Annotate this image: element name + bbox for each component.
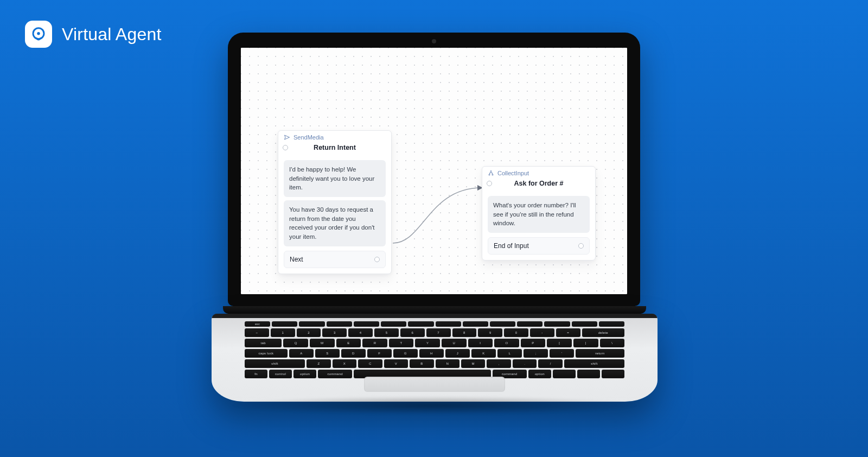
brand-title: Virtual Agent — [62, 24, 161, 45]
action-label: End of Input — [494, 242, 529, 250]
brand: Virtual Agent — [25, 21, 161, 48]
node-type-text: SendMedia — [293, 134, 324, 141]
node-title-row: Return Intent — [278, 143, 391, 157]
laptop-shadow — [228, 396, 641, 415]
svg-point-2 — [490, 170, 492, 172]
message-bubble: What's your order number? I'll see if yo… — [488, 196, 590, 233]
flow-canvas[interactable]: SendMedia Return Intent I'd be happy to … — [241, 48, 627, 294]
output-port[interactable] — [578, 243, 584, 249]
webcam-icon — [432, 39, 436, 43]
svg-point-3 — [489, 174, 490, 175]
node-title-row: Ask for Order # — [482, 179, 595, 193]
input-port[interactable] — [283, 145, 288, 150]
node-type-label: SendMedia — [278, 131, 391, 143]
input-port[interactable] — [487, 181, 492, 186]
brand-logo-icon — [25, 21, 52, 48]
laptop-deck: esc ~1234567890-=delete tabQWERTYUIOP[]\… — [212, 314, 658, 402]
laptop-mockup: SendMedia Return Intent I'd be happy to … — [212, 33, 656, 402]
svg-point-1 — [37, 32, 40, 35]
flow-node-collectinput[interactable]: CollectInput Ask for Order # What's your… — [482, 166, 596, 261]
laptop-lid: SendMedia Return Intent I'd be happy to … — [228, 33, 640, 306]
flow-node-sendmedia[interactable]: SendMedia Return Intent I'd be happy to … — [278, 130, 392, 274]
laptop-base: esc ~1234567890-=delete tabQWERTYUIOP[]\… — [212, 306, 658, 402]
node-title: Ask for Order # — [514, 180, 563, 187]
keyboard: esc ~1234567890-=delete tabQWERTYUIOP[]\… — [245, 321, 624, 378]
trackpad — [364, 377, 505, 392]
message-bubble: You have 30 days to request a return fro… — [284, 200, 386, 246]
node-title: Return Intent — [314, 144, 356, 151]
node-action-next[interactable]: Next — [284, 251, 386, 268]
node-type-text: CollectInput — [497, 170, 529, 176]
laptop-hinge — [223, 306, 646, 314]
message-bubble: I'd be happy to help! We definitely want… — [284, 160, 386, 197]
action-label: Next — [290, 256, 303, 263]
svg-point-4 — [492, 174, 493, 175]
node-action-end[interactable]: End of Input — [488, 237, 590, 255]
app-screen: SendMedia Return Intent I'd be happy to … — [241, 48, 627, 294]
send-icon — [284, 134, 290, 141]
node-type-label: CollectInput — [482, 167, 595, 179]
tree-icon — [488, 170, 494, 176]
output-port[interactable] — [374, 257, 380, 262]
